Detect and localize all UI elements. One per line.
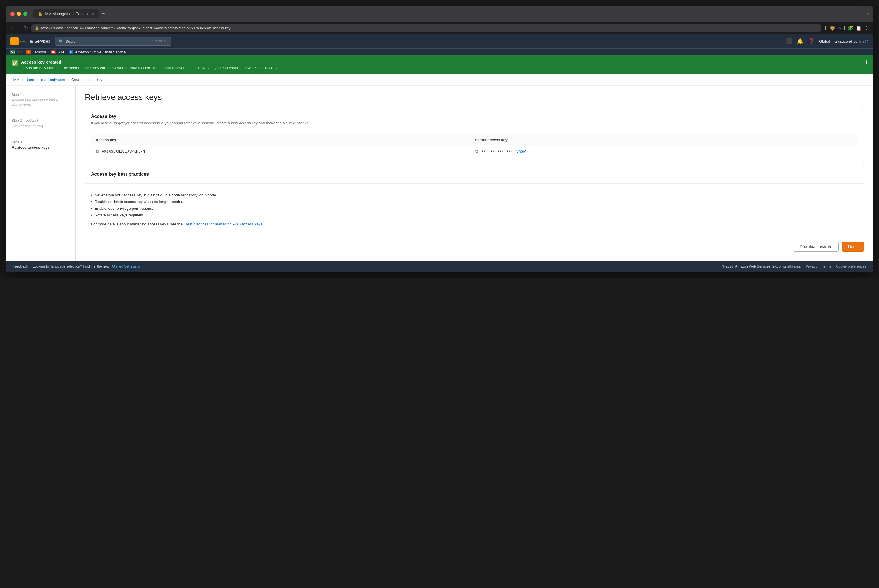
content-panel: Retrieve access keys Access key If you l…	[75, 86, 873, 261]
bookmark-iam[interactable]: IAM IAM	[51, 50, 64, 54]
access-key-card: Access key If you lose or forget your se…	[85, 109, 864, 162]
breadcrumb-user[interactable]: read-only-user	[41, 78, 65, 82]
page-footer: Feedback Looking for language selection?…	[6, 261, 873, 272]
practice-2: Disable or delete access key when no lon…	[95, 200, 185, 204]
access-key-value: AKIASVXHZOEJJWKKJFM	[102, 149, 145, 154]
extension-icon-2[interactable]: △	[838, 25, 841, 31]
extension-icon-4[interactable]: 📋	[856, 25, 862, 31]
global-region-label[interactable]: Global	[819, 39, 830, 44]
practice-1: Never store your access key in plain tex…	[95, 193, 217, 197]
help-icon[interactable]: ℹ	[843, 25, 845, 31]
minimize-button[interactable]	[17, 12, 21, 16]
user-account-label[interactable]: arcsecond-admin @	[834, 39, 868, 44]
services-menu-button[interactable]: ⊞ Services	[30, 39, 50, 44]
breadcrumb-iam[interactable]: IAM	[13, 78, 20, 82]
bookmark-ses[interactable]: ✉ Amazon Simple Email Service	[69, 50, 126, 54]
table-header-access-key: Access key	[91, 135, 470, 145]
tab-title: IAM Management Console	[45, 12, 90, 16]
extension-icon-1[interactable]: 🦁	[829, 25, 835, 31]
breadcrumb-sep-3: ›	[68, 78, 69, 82]
show-secret-key-button[interactable]: Show	[516, 149, 526, 153]
footer-terms-link[interactable]: Terms	[822, 264, 831, 268]
footer-privacy-link[interactable]: Privacy	[806, 264, 817, 268]
breadcrumb-users[interactable]: Users	[25, 78, 35, 82]
forward-button[interactable]: ›	[17, 24, 20, 32]
feedback-link[interactable]: Feedback	[13, 264, 28, 268]
bullet-1: •	[91, 193, 92, 197]
table-cell-secret-key: ⧉ •••••••••••••• Show	[470, 145, 858, 158]
bookmark-s3[interactable]: S3 S3	[11, 50, 21, 54]
unified-settings-link[interactable]: Unified Settings ⧉	[111, 264, 140, 268]
lambda-badge: λ	[26, 50, 31, 54]
url-bar[interactable]: 🔒 https://us-east-1.console.aws.amazon.c…	[32, 24, 821, 32]
done-button[interactable]: Done	[842, 242, 864, 252]
page-layout: Step 1 Access key best practices & alter…	[6, 86, 873, 261]
bookmarks-bar: S3 S3 λ Lambda IAM IAM ✉ Amazon Simple E…	[6, 48, 873, 56]
new-tab-button[interactable]: +	[102, 11, 105, 17]
best-practices-link[interactable]: Best practices for managing AWS access k…	[185, 222, 263, 226]
footer-cookies-link[interactable]: Cookie preferences	[836, 264, 866, 268]
search-shortcut-hint: [Option+S]	[151, 39, 167, 43]
footer-language-text: Looking for language selection? Find it …	[33, 264, 140, 268]
aws-logo: ⬢	[11, 38, 19, 45]
breadcrumb: IAM › Users › read-only-user › Create ac…	[13, 78, 866, 82]
breadcrumb-sep-1: ›	[22, 78, 23, 82]
search-placeholder: Search	[66, 39, 78, 44]
sidebar-divider-1	[12, 114, 69, 114]
back-button[interactable]: ‹	[11, 24, 14, 32]
refresh-button[interactable]: ↻	[23, 24, 29, 32]
lambda-label: Lambda	[33, 50, 46, 54]
terminal-icon[interactable]: ⬛	[786, 38, 792, 45]
best-practices-footer: For more details about managing access k…	[91, 222, 858, 226]
download-csv-button[interactable]: Download .csv file	[793, 242, 838, 252]
extension-icon-3[interactable]: 🧩	[847, 25, 853, 31]
banner-info-icon[interactable]: ℹ	[865, 60, 867, 66]
bookmark-lambda[interactable]: λ Lambda	[26, 50, 46, 54]
menu-icon[interactable]: ⋮	[864, 25, 868, 31]
practice-4: Rotate access keys regularly.	[95, 213, 144, 217]
step-3-title[interactable]: Retrieve access keys	[12, 145, 69, 150]
tab-chevron[interactable]: ›	[867, 12, 868, 16]
access-key-card-subtitle: If you lose or forget your secret access…	[91, 121, 858, 125]
main-content: ✅ Access key created This is the only ti…	[6, 56, 873, 272]
close-button[interactable]	[11, 12, 15, 16]
list-item: • Enable least-privilege permissions.	[91, 205, 858, 212]
copy-secret-key-icon[interactable]: ⧉	[475, 149, 478, 153]
list-item: • Disable or delete access key when no l…	[91, 198, 858, 205]
tab-favicon: 🔒	[38, 12, 42, 16]
breadcrumb-current: Create access key	[71, 78, 102, 82]
active-tab[interactable]: 🔒 IAM Management Console ✕	[33, 9, 99, 18]
copy-access-key-icon[interactable]: ⧉	[96, 149, 99, 153]
aws-search-bar[interactable]: 🔍 Search [Option+S]	[55, 37, 171, 46]
bullet-4: •	[91, 213, 92, 217]
action-bar: Download .csv file Done	[85, 236, 864, 254]
address-bar: ‹ › ↻ 🔒 https://us-east-1.console.aws.am…	[6, 22, 873, 34]
list-item: • Never store your access key in plain t…	[91, 192, 858, 198]
tab-close-button[interactable]: ✕	[92, 12, 95, 16]
success-title: Access key created	[21, 60, 287, 64]
browser-window: 🔒 IAM Management Console ✕ + › ‹ › ↻ 🔒 h…	[6, 6, 873, 272]
bell-icon[interactable]: 🔔	[797, 38, 804, 45]
maximize-button[interactable]	[23, 12, 27, 16]
step-2-title[interactable]: Set description tag	[12, 124, 69, 128]
bullet-2: •	[91, 200, 92, 204]
step-2-optional-label: optional	[26, 118, 38, 123]
bullet-3: •	[91, 206, 92, 211]
footer-left: Feedback Looking for language selection?…	[13, 264, 140, 268]
success-banner: ✅ Access key created This is the only ti…	[6, 56, 873, 74]
best-practices-card-header: Access key best practices	[85, 167, 864, 184]
security-icon: 🔒	[35, 26, 39, 30]
aws-navbar: ⬢ aws ⊞ Services 🔍 Search [Option+S] ⬛ 🔔…	[6, 34, 873, 48]
breadcrumb-bar: IAM › Users › read-only-user › Create ac…	[6, 74, 873, 86]
share-icon[interactable]: ⬆	[823, 25, 827, 31]
browser-toolbar-icons: ⬆ 🦁 △ ℹ 🧩 📋 ⋮	[823, 25, 868, 31]
help-circle-icon[interactable]: ❓	[808, 38, 814, 45]
table-row: ⧉ AKIASVXHZOEJJWKKJFM ⧉ •••••••••••••• S…	[91, 145, 858, 158]
success-message: This is the only time that the secret ac…	[21, 66, 287, 70]
browser-titlebar: 🔒 IAM Management Console ✕ + ›	[6, 6, 873, 22]
s3-badge: S3	[11, 50, 15, 54]
search-icon: 🔍	[59, 39, 63, 44]
step-1-title[interactable]: Access key best practices & alternatives	[12, 98, 69, 106]
best-practices-section: • Never store your access key in plain t…	[85, 184, 864, 231]
sidebar-divider-2	[12, 135, 69, 135]
